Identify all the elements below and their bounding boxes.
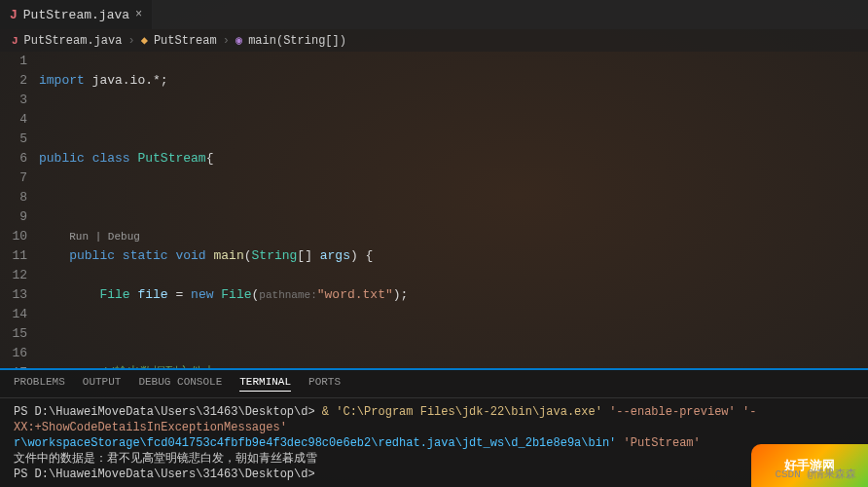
java-file-icon: J — [10, 8, 18, 22]
chevron-right-icon: › — [127, 34, 134, 48]
code-text: java.io.*; — [85, 73, 168, 88]
chevron-right-icon: › — [223, 34, 230, 48]
terminal-output-line: 文件中的数据是：君不见高堂明镜悲白发，朝如青丝暮成雪 — [14, 452, 317, 466]
bottom-panel: PROBLEMS OUTPUT DEBUG CONSOLE TERMINAL P… — [0, 370, 868, 487]
terminal-prompt: PS D:\HuaweiMoveData\Users\31463\Desktop… — [14, 468, 315, 481]
keyword: public — [39, 151, 85, 166]
csdn-watermark: CSDN @情果森森 — [775, 467, 856, 481]
code-editor[interactable]: 1234567891011121314151617 import java.io… — [0, 52, 868, 368]
terminal-text: 'PutStream' — [624, 436, 701, 450]
inlay-hint: pathname: — [259, 289, 316, 301]
method-icon: ◉ — [235, 33, 242, 48]
keyword: new — [191, 287, 213, 302]
terminal-output[interactable]: PS D:\HuaweiMoveData\Users\31463\Desktop… — [0, 398, 868, 487]
tab-problems[interactable]: PROBLEMS — [14, 376, 65, 392]
keyword: void — [175, 248, 205, 263]
close-icon[interactable]: × — [135, 8, 142, 21]
class-name: PutStream — [137, 151, 205, 166]
keyword: class — [92, 151, 130, 166]
codelens-run[interactable]: Run | Debug — [69, 231, 140, 243]
type: File — [221, 287, 251, 302]
type: String — [252, 248, 298, 263]
tab-filename: PutStream.java — [23, 8, 129, 22]
class-icon: ◆ — [141, 33, 148, 48]
tab-debug-console[interactable]: DEBUG CONSOLE — [138, 376, 222, 392]
keyword: import — [39, 73, 85, 88]
param: args — [320, 248, 350, 263]
variable: file — [137, 287, 167, 302]
breadcrumb-method[interactable]: main(String[]) — [248, 34, 346, 48]
keyword: static — [123, 248, 168, 263]
tab-terminal[interactable]: TERMINAL — [239, 376, 291, 392]
code-content[interactable]: import java.io.*; public class PutStream… — [39, 52, 868, 368]
terminal-text: & — [322, 405, 329, 419]
editor-tab[interactable]: J PutStream.java × — [0, 0, 153, 29]
breadcrumb-file[interactable]: PutStream.java — [24, 34, 123, 48]
string: "word.txt" — [317, 287, 393, 302]
type: File — [99, 287, 129, 302]
terminal-text: '--enable-preview' — [609, 405, 736, 419]
line-gutter: 1234567891011121314151617 — [0, 52, 39, 368]
panel-tabs: PROBLEMS OUTPUT DEBUG CONSOLE TERMINAL P… — [0, 370, 868, 398]
keyword: public — [69, 248, 115, 263]
terminal-prompt: PS D:\HuaweiMoveData\Users\31463\Desktop… — [14, 405, 315, 419]
terminal-text: r\workspaceStorage\fcd041753c4fbfb9e4f3d… — [14, 436, 616, 450]
method-name: main — [214, 248, 244, 263]
tab-output[interactable]: OUTPUT — [83, 376, 122, 392]
breadcrumb-class[interactable]: PutStream — [154, 34, 217, 48]
java-file-icon: J — [12, 35, 18, 47]
tab-bar: J PutStream.java × — [0, 0, 868, 29]
breadcrumb: J PutStream.java › ◆ PutStream › ◉ main(… — [0, 29, 868, 52]
terminal-text: 'C:\Program Files\jdk-22\bin\java.exe' — [336, 405, 602, 419]
tab-ports[interactable]: PORTS — [308, 376, 341, 392]
